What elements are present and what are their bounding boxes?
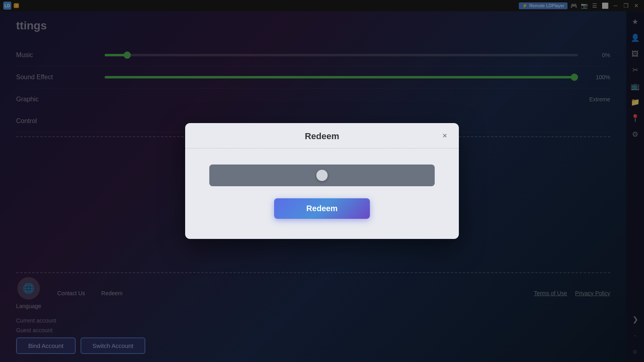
redeem-modal: Redeem × Redeem	[185, 123, 459, 239]
modal-close-button[interactable]: ×	[439, 130, 451, 142]
redeem-submit-button[interactable]: Redeem	[274, 198, 370, 219]
modal-body: Redeem	[185, 148, 459, 239]
modal-header: Redeem ×	[185, 123, 459, 148]
modal-title: Redeem	[305, 131, 339, 141]
input-thumb	[316, 170, 328, 181]
redeem-code-input[interactable]	[209, 165, 435, 186]
